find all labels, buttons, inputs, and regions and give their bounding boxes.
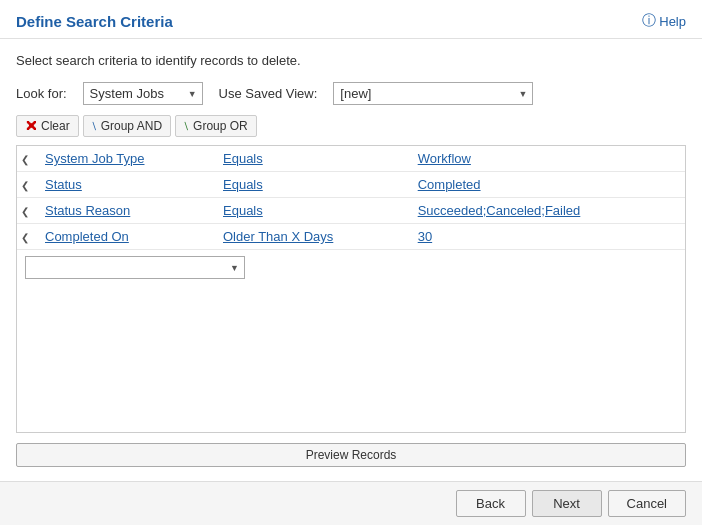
value-link-3[interactable]: Succeeded;Canceled;Failed	[418, 203, 581, 218]
row-chevron-3: ❮	[17, 198, 37, 224]
field-cell-3: Status Reason	[37, 198, 215, 224]
operator-link-2[interactable]: Equals	[223, 177, 263, 192]
operator-link-4[interactable]: Older Than X Days	[223, 229, 333, 244]
criteria-table: ❮ System Job Type Equals Workflow	[17, 146, 685, 285]
operator-cell-2: Equals	[215, 172, 410, 198]
preview-records-button[interactable]: Preview Records	[16, 443, 686, 467]
value-cell-1: Workflow	[410, 146, 685, 172]
table-row: ❮ Status Equals Completed	[17, 172, 685, 198]
operator-cell-4: Older Than X Days	[215, 224, 410, 250]
page-header: Define Search Criteria ⓘ Help	[0, 0, 702, 39]
use-saved-select[interactable]: [new]	[333, 82, 533, 105]
subtitle-text: Select search criteria to identify recor…	[16, 53, 686, 68]
clear-label: Clear	[41, 119, 70, 133]
chevron-icon: ❮	[21, 206, 29, 217]
new-field-select-wrapper	[25, 256, 245, 279]
look-for-label: Look for:	[16, 86, 67, 101]
field-link-2[interactable]: Status	[45, 177, 82, 192]
operator-link-1[interactable]: Equals	[223, 151, 263, 166]
page-footer: Back Next Cancel	[0, 481, 702, 525]
field-link-1[interactable]: System Job Type	[45, 151, 144, 166]
value-link-4[interactable]: 30	[418, 229, 432, 244]
cancel-button[interactable]: Cancel	[608, 490, 686, 517]
table-row: ❮ Status Reason Equals Succeeded;Cancele…	[17, 198, 685, 224]
group-or-icon: ⧵	[184, 119, 189, 133]
value-cell-4: 30	[410, 224, 685, 250]
group-and-label: Group AND	[101, 119, 162, 133]
operator-link-3[interactable]: Equals	[223, 203, 263, 218]
use-saved-label: Use Saved View:	[219, 86, 318, 101]
clear-button[interactable]: 🗙 Clear	[16, 115, 79, 137]
row-chevron-1: ❮	[17, 146, 37, 172]
value-link-2[interactable]: Completed	[418, 177, 481, 192]
field-link-3[interactable]: Status Reason	[45, 203, 130, 218]
group-or-label: Group OR	[193, 119, 248, 133]
value-cell-2: Completed	[410, 172, 685, 198]
new-field-select[interactable]	[25, 256, 245, 279]
help-label: Help	[659, 14, 686, 29]
next-button[interactable]: Next	[532, 490, 602, 517]
clear-icon: 🗙	[25, 119, 37, 133]
group-or-button[interactable]: ⧵ Group OR	[175, 115, 257, 137]
look-for-select[interactable]: System Jobs	[83, 82, 203, 105]
back-button[interactable]: Back	[456, 490, 526, 517]
help-icon: ⓘ	[642, 12, 656, 30]
page-title: Define Search Criteria	[16, 13, 173, 30]
table-row: ❮ System Job Type Equals Workflow	[17, 146, 685, 172]
use-saved-select-wrapper: [new]	[333, 82, 533, 105]
look-for-select-wrapper: System Jobs	[83, 82, 203, 105]
help-link[interactable]: ⓘ Help	[642, 12, 686, 30]
chevron-icon: ❮	[21, 232, 29, 243]
new-criteria-row	[17, 250, 685, 286]
chevron-icon: ❮	[21, 154, 29, 165]
criteria-table-wrapper: ❮ System Job Type Equals Workflow	[16, 145, 686, 433]
group-and-button[interactable]: ⧵ Group AND	[83, 115, 171, 137]
group-and-icon: ⧵	[92, 119, 97, 133]
row-chevron-2: ❮	[17, 172, 37, 198]
value-link-1[interactable]: Workflow	[418, 151, 471, 166]
table-row: ❮ Completed On Older Than X Days 30	[17, 224, 685, 250]
field-cell-2: Status	[37, 172, 215, 198]
operator-cell-1: Equals	[215, 146, 410, 172]
chevron-icon: ❮	[21, 180, 29, 191]
filter-row: Look for: System Jobs Use Saved View: [n…	[16, 82, 686, 105]
content-area: Select search criteria to identify recor…	[0, 39, 702, 481]
field-cell-1: System Job Type	[37, 146, 215, 172]
operator-cell-3: Equals	[215, 198, 410, 224]
field-link-4[interactable]: Completed On	[45, 229, 129, 244]
criteria-toolbar: 🗙 Clear ⧵ Group AND ⧵ Group OR	[16, 115, 686, 137]
field-cell-4: Completed On	[37, 224, 215, 250]
value-cell-3: Succeeded;Canceled;Failed	[410, 198, 685, 224]
new-criteria-cell	[17, 250, 685, 286]
row-chevron-4: ❮	[17, 224, 37, 250]
